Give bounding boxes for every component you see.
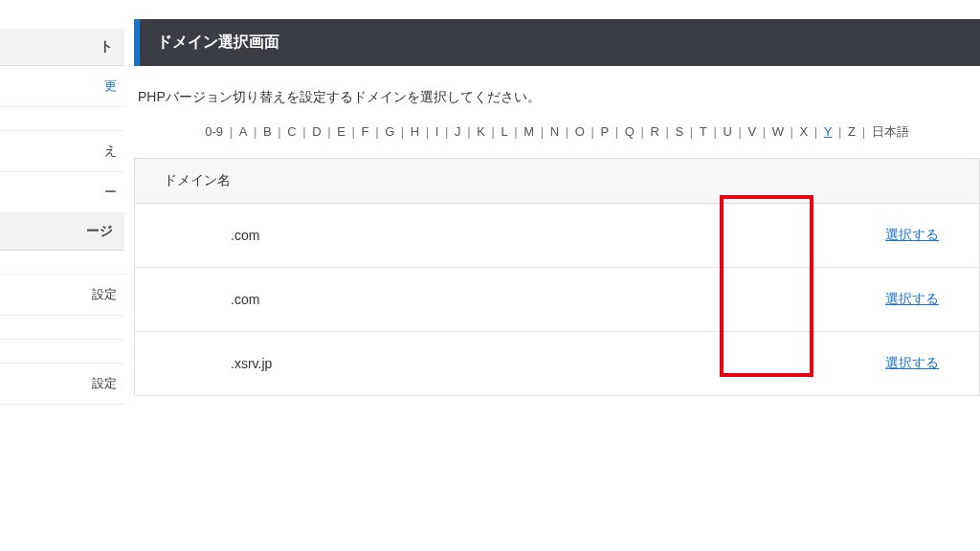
alpha-nav-item[interactable]: P	[599, 124, 612, 139]
table-header-action	[846, 159, 980, 204]
alpha-nav-item[interactable]: V	[746, 124, 758, 139]
alpha-nav-item[interactable]: G	[383, 124, 396, 139]
sidebar-item[interactable]: 更	[0, 66, 124, 107]
select-link[interactable]: 選択する	[885, 291, 939, 306]
separator: |	[249, 124, 261, 139]
domain-name-cell: .xsrv.jp	[135, 332, 846, 396]
sidebar-section-header-2: ージ	[0, 213, 124, 251]
separator: |	[709, 124, 722, 139]
alpha-nav-item[interactable]: O	[573, 124, 587, 139]
sidebar-item[interactable]: ー	[0, 172, 124, 213]
action-cell: 選択する	[846, 268, 980, 332]
separator: |	[487, 124, 500, 139]
alpha-nav-item[interactable]: C	[285, 124, 298, 139]
separator: |	[274, 124, 286, 139]
separator: |	[587, 124, 599, 139]
separator: |	[510, 124, 523, 139]
alpha-nav-item[interactable]: T	[698, 124, 709, 139]
domain-name-cell: .com	[135, 268, 846, 332]
alpha-nav-item[interactable]: H	[409, 124, 421, 139]
alpha-nav-item[interactable]: 日本語	[870, 124, 911, 139]
separator: |	[661, 124, 674, 139]
alpha-nav-item[interactable]: L	[499, 124, 509, 139]
select-link[interactable]: 選択する	[885, 355, 939, 370]
separator: |	[685, 124, 698, 139]
separator: |	[323, 124, 336, 139]
sidebar-item[interactable]: 設定	[0, 275, 124, 316]
table-header-domain: ドメイン名	[135, 159, 846, 204]
alpha-nav-item[interactable]: U	[721, 124, 733, 139]
alpha-nav-item[interactable]: K	[475, 124, 487, 139]
domain-table: ドメイン名 .com選択する.com選択する.xsrv.jp選択する	[134, 158, 980, 396]
alpha-nav-item[interactable]: Y	[822, 124, 835, 139]
separator: |	[810, 124, 822, 139]
alpha-nav-item[interactable]: R	[649, 124, 661, 139]
separator: |	[299, 124, 311, 139]
action-cell: 選択する	[846, 332, 980, 396]
separator: |	[611, 124, 623, 139]
separator: |	[858, 124, 870, 139]
alpha-nav-item[interactable]: B	[261, 124, 274, 139]
separator: |	[396, 124, 409, 139]
separator: |	[835, 124, 847, 139]
table-row: .xsrv.jp選択する	[135, 332, 980, 396]
sidebar: ト 更 え ー ージ 設定 設定	[0, 0, 124, 551]
separator: |	[463, 124, 476, 139]
alpha-nav-item[interactable]: S	[674, 124, 686, 139]
separator: |	[536, 124, 548, 139]
separator: |	[636, 124, 649, 139]
alpha-nav-item[interactable]: D	[310, 124, 323, 139]
separator: |	[734, 124, 746, 139]
alpha-nav: 0-9 | A | B | C | D | E | F | G | H | I …	[134, 123, 980, 141]
domain-name-cell: .com	[135, 204, 846, 268]
table-row: .com選択する	[135, 268, 980, 332]
alpha-nav-item[interactable]: M	[522, 124, 536, 139]
alpha-nav-item[interactable]: N	[548, 124, 561, 139]
table-row: .com選択する	[135, 204, 980, 268]
select-link[interactable]: 選択する	[885, 227, 939, 242]
sidebar-item[interactable]	[0, 251, 124, 275]
separator: |	[758, 124, 770, 139]
action-cell: 選択する	[846, 204, 980, 268]
instruction-text: PHPバージョン切り替えを設定するドメインを選択してください。	[138, 89, 980, 106]
sidebar-item[interactable]	[0, 316, 124, 340]
alpha-nav-item[interactable]: 0-9	[203, 124, 225, 139]
sidebar-item[interactable]	[0, 107, 124, 131]
alpha-nav-item[interactable]: W	[770, 124, 786, 139]
separator: |	[440, 124, 453, 139]
sidebar-section-header-1: ト	[0, 29, 124, 66]
alpha-nav-item[interactable]: Q	[623, 124, 636, 139]
page-title: ドメイン選択画面	[134, 19, 980, 66]
separator: |	[371, 124, 384, 139]
separator: |	[225, 124, 237, 139]
alpha-nav-item[interactable]: A	[237, 124, 250, 139]
separator: |	[561, 124, 573, 139]
sidebar-item[interactable]	[0, 340, 124, 364]
separator: |	[347, 124, 360, 139]
separator: |	[786, 124, 798, 139]
main-content: ドメイン選択画面 PHPバージョン切り替えを設定するドメインを選択してください。…	[124, 0, 980, 551]
sidebar-item[interactable]: 設定	[0, 364, 124, 405]
alpha-nav-item[interactable]: E	[335, 124, 347, 139]
separator: |	[421, 124, 434, 139]
alpha-nav-item[interactable]: X	[798, 124, 811, 139]
alpha-nav-item[interactable]: F	[360, 124, 371, 139]
alpha-nav-item[interactable]: J	[453, 124, 463, 139]
alpha-nav-item[interactable]: Z	[846, 124, 858, 139]
sidebar-item[interactable]: え	[0, 131, 124, 172]
